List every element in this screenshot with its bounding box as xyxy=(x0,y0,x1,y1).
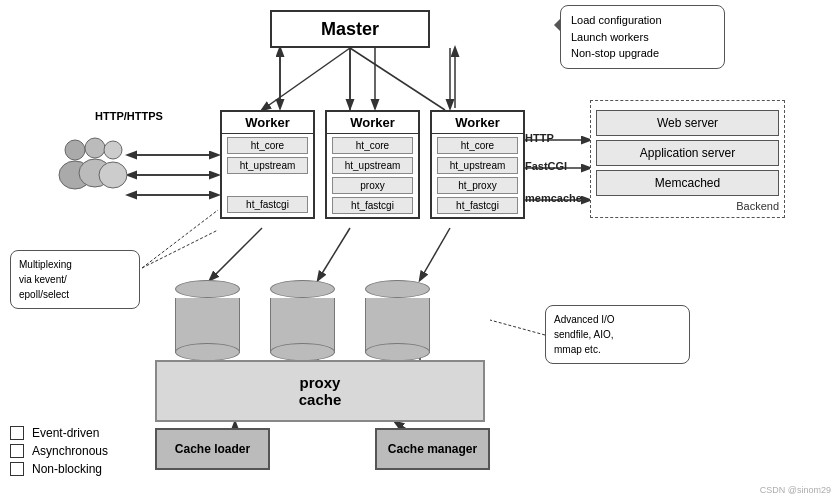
legend-label-2: Asynchronous xyxy=(32,444,108,458)
worker2-module4: ht_fastcgi xyxy=(332,197,413,214)
worker2-module3: proxy xyxy=(332,177,413,194)
legend-box-3 xyxy=(10,462,24,476)
legend-label-3: Non-blocking xyxy=(32,462,102,476)
proxy-cache-line1: proxy xyxy=(300,374,341,391)
worker3-module4: ht_fastcgi xyxy=(437,197,518,214)
legend-box-2 xyxy=(10,444,24,458)
svg-line-21 xyxy=(420,228,450,280)
http-label: HTTP xyxy=(525,132,554,144)
bubble-line1: Load configuration xyxy=(571,14,662,26)
cylinder-1 xyxy=(175,280,240,361)
backend-label: Backend xyxy=(596,200,779,212)
svg-line-2 xyxy=(350,48,445,110)
worker-box-3: Worker ht_core ht_upstream ht_proxy ht_f… xyxy=(430,110,525,219)
svg-point-36 xyxy=(104,141,122,159)
proxy-cache-line2: cache xyxy=(299,391,342,408)
users-icon xyxy=(55,130,130,200)
multiplex-text: Multiplexingvia kevent/epoll/select xyxy=(19,259,72,300)
cylinder-3 xyxy=(365,280,430,361)
cache-manager-label: Cache manager xyxy=(388,442,477,456)
worker3-module2: ht_upstream xyxy=(437,157,518,174)
worker-title-1: Worker xyxy=(222,112,313,134)
master-label: Master xyxy=(321,19,379,40)
cache-loader-label: Cache loader xyxy=(175,442,250,456)
svg-line-30 xyxy=(142,230,218,268)
svg-line-19 xyxy=(210,228,262,280)
worker-title-3: Worker xyxy=(432,112,523,134)
workers-container: Worker ht_core ht_upstream ht_fastcgi Wo… xyxy=(220,110,525,219)
diagram: Master Load configuration Launch workers… xyxy=(0,0,836,500)
cylinder-2 xyxy=(270,280,335,361)
worker1-module1: ht_core xyxy=(227,137,308,154)
legend-item-1: Event-driven xyxy=(10,426,108,440)
cyl-top-3 xyxy=(365,280,430,298)
multiplex-bubble: Multiplexingvia kevent/epoll/select xyxy=(10,250,140,309)
worker2-module1: ht_core xyxy=(332,137,413,154)
master-bubble: Load configuration Launch workers Non-st… xyxy=(560,5,725,69)
cyl-top-1 xyxy=(175,280,240,298)
backend-box: Web server Application server Memcached … xyxy=(590,100,785,218)
worker1-module2: ht_upstream xyxy=(227,157,308,174)
proxy-cache-box: proxy cache xyxy=(155,360,485,422)
svg-line-31 xyxy=(490,320,545,335)
legend: Event-driven Asynchronous Non-blocking xyxy=(10,426,108,480)
legend-box-1 xyxy=(10,426,24,440)
fastcgi-label: FastCGI xyxy=(525,160,567,172)
legend-item-2: Asynchronous xyxy=(10,444,108,458)
worker1-module4: ht_fastcgi xyxy=(227,196,308,213)
worker2-module2: ht_upstream xyxy=(332,157,413,174)
proxy-cache-label: proxy cache xyxy=(299,374,342,408)
svg-point-32 xyxy=(65,140,85,160)
backend-appserver: Application server xyxy=(596,140,779,166)
http-https-label: HTTP/HTTPS xyxy=(95,110,163,122)
cylinders-row xyxy=(175,280,430,361)
cache-loader-box: Cache loader xyxy=(155,428,270,470)
worker-box-2: Worker ht_core ht_upstream proxy ht_fast… xyxy=(325,110,420,219)
worker3-module1: ht_core xyxy=(437,137,518,154)
cyl-bottom-3 xyxy=(365,343,430,361)
worker-box-1: Worker ht_core ht_upstream ht_fastcgi xyxy=(220,110,315,219)
cyl-bottom-1 xyxy=(175,343,240,361)
backend-webserver: Web server xyxy=(596,110,779,136)
watermark: CSDN @sinom29 xyxy=(760,485,831,495)
worker3-module3: ht_proxy xyxy=(437,177,518,194)
worker-title-2: Worker xyxy=(327,112,418,134)
svg-point-34 xyxy=(85,138,105,158)
svg-line-29 xyxy=(142,210,218,268)
svg-line-20 xyxy=(318,228,350,280)
legend-item-3: Non-blocking xyxy=(10,462,108,476)
svg-line-0 xyxy=(262,48,350,110)
bubble-line2: Launch workers xyxy=(571,31,649,43)
cyl-bottom-2 xyxy=(270,343,335,361)
memcache-label: memcache xyxy=(525,192,582,204)
bubble-line3: Non-stop upgrade xyxy=(571,47,659,59)
cyl-top-2 xyxy=(270,280,335,298)
advancedio-bubble: Advanced I/Osendfile, AIO,mmap etc. xyxy=(545,305,690,364)
cache-manager-box: Cache manager xyxy=(375,428,490,470)
backend-memcached: Memcached xyxy=(596,170,779,196)
svg-point-37 xyxy=(99,162,127,188)
legend-label-1: Event-driven xyxy=(32,426,99,440)
worker1-module3 xyxy=(227,177,308,193)
master-box: Master xyxy=(270,10,430,48)
advancedio-text: Advanced I/Osendfile, AIO,mmap etc. xyxy=(554,314,615,355)
